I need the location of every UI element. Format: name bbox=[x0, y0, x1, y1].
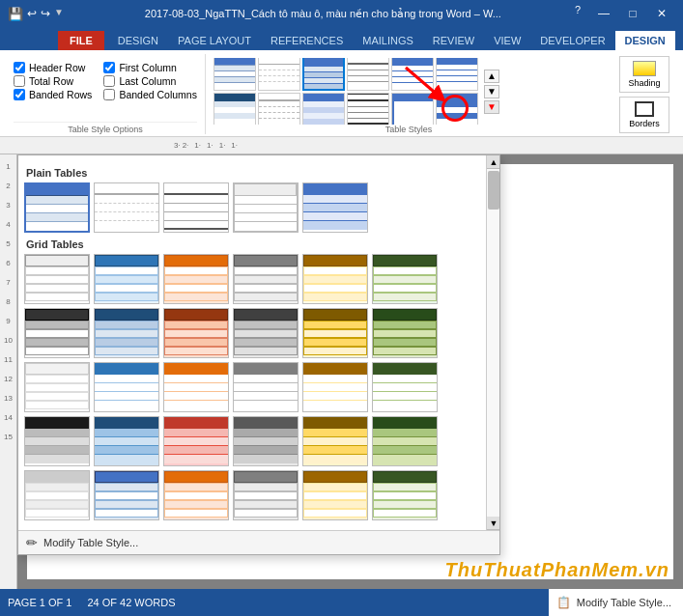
grid-style-5-3[interactable] bbox=[163, 470, 229, 520]
last-column-input[interactable] bbox=[103, 75, 115, 87]
grid-style-1-6[interactable] bbox=[372, 254, 438, 304]
grid-style-1-4[interactable] bbox=[233, 254, 299, 304]
grid-style-4-2[interactable] bbox=[94, 416, 159, 466]
table-style-6[interactable] bbox=[436, 58, 478, 91]
plain-style-1[interactable] bbox=[24, 182, 90, 233]
gallery-scroll-up[interactable]: ▲ bbox=[484, 70, 499, 83]
gallery-scroll-down[interactable]: ▼ bbox=[484, 85, 499, 98]
tab-view[interactable]: VIEW bbox=[484, 31, 530, 50]
last-column-label: Last Column bbox=[119, 75, 176, 87]
tab-design[interactable]: DESIGN bbox=[108, 31, 168, 50]
scroll-up-button[interactable]: ▲ bbox=[487, 155, 500, 169]
borders-button[interactable]: Borders bbox=[619, 97, 669, 133]
banded-rows-input[interactable] bbox=[14, 89, 25, 100]
grid-row-3 bbox=[24, 362, 467, 412]
plain-style-2[interactable] bbox=[94, 182, 159, 233]
shading-borders-group: Shading Borders bbox=[612, 54, 677, 134]
table-style-8[interactable] bbox=[258, 93, 300, 126]
total-row-checkbox[interactable]: Total Row bbox=[14, 75, 92, 87]
close-button[interactable]: ✕ bbox=[648, 4, 675, 23]
grid-style-1-5[interactable] bbox=[302, 254, 368, 304]
table-style-11[interactable] bbox=[391, 93, 434, 126]
grid-style-2-4[interactable] bbox=[233, 308, 299, 358]
customize-icon[interactable]: ▼ bbox=[54, 7, 64, 21]
plain-style-3[interactable] bbox=[163, 182, 229, 233]
modify-style-text[interactable]: Modify Table Style... bbox=[577, 597, 671, 608]
table-style-1[interactable] bbox=[213, 58, 256, 91]
grid-style-2-1[interactable] bbox=[24, 308, 90, 358]
grid-row-2 bbox=[24, 308, 467, 358]
tab-developer[interactable]: DEVELOPER bbox=[530, 31, 614, 50]
tab-page-layout[interactable]: PAGE LAYOUT bbox=[168, 31, 261, 50]
tab-mailings[interactable]: MAILINGS bbox=[353, 31, 423, 50]
modify-style-bar[interactable]: 📋 Modify Table Style... bbox=[549, 589, 683, 616]
grid-style-2-2[interactable] bbox=[94, 308, 159, 358]
scroll-thumb[interactable] bbox=[488, 171, 499, 210]
help-icon[interactable]: ? bbox=[575, 4, 581, 23]
table-style-10[interactable] bbox=[347, 93, 389, 126]
tab-review[interactable]: REVIEW bbox=[423, 31, 484, 50]
grid-style-4-5[interactable] bbox=[302, 416, 368, 466]
grid-style-2-5[interactable] bbox=[302, 308, 368, 358]
total-row-label: Total Row bbox=[29, 75, 73, 87]
table-style-5[interactable] bbox=[391, 58, 434, 91]
grid-style-5-2[interactable] bbox=[94, 470, 159, 520]
grid-style-2-3[interactable] bbox=[163, 308, 229, 358]
banded-columns-checkbox[interactable]: Banded Columns bbox=[103, 89, 197, 100]
grid-style-5-6[interactable] bbox=[372, 470, 438, 520]
ribbon-tabs: FILE DESIGN PAGE LAYOUT REFERENCES MAILI… bbox=[0, 27, 683, 50]
grid-style-3-5[interactable] bbox=[302, 362, 368, 412]
plain-style-4[interactable] bbox=[233, 182, 299, 233]
table-style-3[interactable] bbox=[302, 58, 345, 91]
grid-style-5-1[interactable] bbox=[24, 470, 90, 520]
table-style-9[interactable] bbox=[302, 93, 345, 126]
grid-style-4-1[interactable] bbox=[24, 416, 90, 466]
grid-style-1-3[interactable] bbox=[163, 254, 229, 304]
save-icon[interactable]: 💾 bbox=[8, 7, 23, 21]
header-row-checkbox[interactable]: Header Row bbox=[14, 62, 92, 73]
grid-style-4-3[interactable] bbox=[163, 416, 229, 466]
shading-button[interactable]: Shading bbox=[619, 56, 669, 93]
table-style-7[interactable] bbox=[213, 93, 256, 126]
grid-style-3-1[interactable] bbox=[24, 362, 90, 412]
first-column-checkbox[interactable]: First Column bbox=[103, 62, 197, 73]
grid-style-3-4[interactable] bbox=[233, 362, 299, 412]
table-style-options-title: Table Style Options bbox=[14, 122, 197, 134]
modify-table-style-button[interactable]: ✏ Modify Table Style... bbox=[18, 530, 499, 554]
grid-style-3-2[interactable] bbox=[94, 362, 159, 412]
tab-design-active[interactable]: DESIGN bbox=[615, 31, 675, 50]
gallery-scroll-buttons[interactable]: ▲ ▼ ▼ bbox=[484, 70, 499, 114]
window-controls[interactable]: ? — □ ✕ bbox=[575, 4, 675, 23]
grid-style-4-4[interactable] bbox=[233, 416, 299, 466]
banded-columns-input[interactable] bbox=[103, 89, 115, 100]
tab-file[interactable]: FILE bbox=[58, 31, 104, 50]
grid-style-3-6[interactable] bbox=[372, 362, 438, 412]
borders-icon bbox=[635, 101, 654, 117]
gallery-dropdown[interactable]: ▼ bbox=[484, 100, 499, 114]
minimize-button[interactable]: — bbox=[590, 4, 617, 23]
page-info: PAGE 1 OF 1 bbox=[8, 597, 71, 608]
grid-style-3-3[interactable] bbox=[163, 362, 229, 412]
total-row-input[interactable] bbox=[14, 75, 25, 87]
banded-rows-checkbox[interactable]: Banded Rows bbox=[14, 89, 92, 100]
last-column-checkbox[interactable]: Last Column bbox=[103, 75, 197, 87]
grid-style-4-6[interactable] bbox=[372, 416, 438, 466]
scroll-down-button[interactable]: ▼ bbox=[487, 517, 500, 530]
undo-icon[interactable]: ↩ bbox=[27, 7, 37, 21]
grid-style-5-4[interactable] bbox=[233, 470, 299, 520]
table-style-4[interactable] bbox=[347, 58, 389, 91]
restore-button[interactable]: □ bbox=[619, 4, 646, 23]
grid-style-1-1[interactable] bbox=[24, 254, 90, 304]
grid-style-5-5[interactable] bbox=[302, 470, 368, 520]
grid-style-1-2[interactable] bbox=[94, 254, 159, 304]
first-column-input[interactable] bbox=[103, 62, 115, 73]
table-styles-grid bbox=[213, 58, 478, 125]
table-style-2[interactable] bbox=[258, 58, 300, 91]
grid-style-2-6[interactable] bbox=[372, 308, 438, 358]
redo-icon[interactable]: ↪ bbox=[41, 7, 50, 21]
header-row-input[interactable] bbox=[14, 62, 25, 73]
plain-style-5[interactable] bbox=[302, 182, 368, 233]
table-style-12[interactable] bbox=[436, 93, 478, 126]
scroll-track[interactable] bbox=[487, 169, 499, 517]
tab-references[interactable]: REFERENCES bbox=[261, 31, 353, 50]
